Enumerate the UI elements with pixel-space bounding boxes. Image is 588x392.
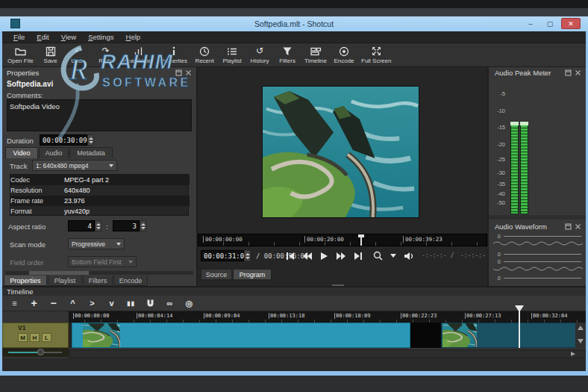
clock-icon — [199, 46, 210, 57]
split-button[interactable]: ▮▮ — [125, 297, 137, 310]
dock-tab-filters[interactable]: Filters — [83, 276, 113, 286]
append-button[interactable]: + — [28, 297, 40, 310]
snap-magnet-button[interactable] — [144, 297, 157, 310]
recent-button[interactable]: Recent — [192, 44, 217, 66]
dock-tab-encode[interactable]: Encode — [113, 276, 148, 286]
undo-button[interactable]: ↶ Undo — [66, 44, 91, 66]
fast-forward-button[interactable] — [336, 252, 346, 261]
zoom-dropdown-arrow[interactable] — [390, 254, 396, 258]
close-panel-icon[interactable] — [185, 69, 192, 76]
timeline-clip-gap[interactable] — [410, 323, 441, 348]
aspect-height-input[interactable]: 3 — [113, 220, 140, 231]
timeline-panel-header: Timeline — [2, 286, 586, 296]
close-button[interactable]: ✕ — [561, 18, 581, 29]
info-icon — [171, 46, 177, 57]
timeline-hscrollbar[interactable] — [69, 349, 586, 358]
open-next-button[interactable]: > — [86, 297, 98, 310]
history-button[interactable]: ↺ History — [247, 44, 272, 66]
lift-button[interactable]: ^ — [66, 297, 79, 310]
duration-label: Duration — [7, 137, 34, 145]
tab-audio[interactable]: Audio — [39, 147, 69, 158]
tab-program[interactable]: Program — [233, 269, 272, 280]
float-panel-icon[interactable] — [175, 69, 182, 76]
current-time-spinner[interactable] — [244, 250, 251, 261]
overwrite-button[interactable]: v — [105, 297, 118, 310]
rewind-button[interactable] — [302, 252, 313, 261]
redo-button[interactable]: ↷ Redo — [93, 44, 119, 66]
player-seek-ruler[interactable]: 00:00:00:00 00:00:20:00 00:00:39:23 — [198, 234, 487, 246]
zoom-magnifier-button[interactable] — [373, 251, 383, 261]
properties-hscrollbar[interactable] — [5, 271, 193, 275]
close-panel-icon[interactable] — [575, 69, 581, 76]
close-panel-icon[interactable] — [575, 223, 581, 230]
minimize-button[interactable]: – — [522, 18, 539, 29]
skip-to-end-button[interactable] — [354, 252, 363, 261]
panel-splitter[interactable] — [489, 215, 586, 220]
menu-bar: File Edit View Settings Help — [2, 31, 586, 43]
scan-mode-combobox[interactable]: Progressive — [68, 238, 125, 249]
playlist-button[interactable]: Playlist — [219, 44, 245, 66]
aspect-colon: : — [106, 223, 108, 231]
aspect-width-spinner[interactable] — [95, 220, 101, 231]
open-file-button[interactable]: Open File — [5, 44, 36, 66]
scroll-up-arrow[interactable] — [578, 326, 584, 330]
panel-window-icons — [565, 69, 581, 76]
float-panel-icon[interactable] — [565, 223, 572, 230]
save-button[interactable]: Save — [38, 44, 63, 66]
tab-video[interactable]: Video — [5, 147, 38, 158]
timeline-clip-1[interactable] — [72, 323, 410, 348]
tab-source[interactable]: Source — [201, 269, 232, 280]
right-dock: Audio Peak Meter -5 -10 -15 -20 -25 -30 … — [487, 67, 586, 286]
timeline-ruler[interactable]: 00:00:00:00 00:00:04:14 00:00:09:04 00:0… — [69, 311, 586, 323]
track-blend-slider[interactable] — [2, 348, 69, 357]
timeline-menu-button[interactable]: ≡ — [8, 297, 21, 310]
peak-meter-button[interactable]: Peak Meter — [121, 44, 156, 66]
filters-button[interactable]: Filters — [275, 44, 300, 66]
menu-help[interactable]: Help — [121, 32, 146, 42]
full-screen-button[interactable]: Full Screen — [359, 44, 393, 66]
timeline-vscrollbar[interactable] — [575, 323, 586, 348]
ripple-delete-button[interactable]: − — [47, 297, 60, 310]
aspect-width-input[interactable]: 4 — [68, 220, 95, 231]
tab-metadata[interactable]: Metadata — [69, 147, 113, 158]
slider-knob[interactable] — [37, 349, 44, 355]
menu-edit[interactable]: Edit — [31, 32, 54, 42]
scroll-down-arrow[interactable] — [578, 339, 584, 343]
comments-textarea[interactable]: Softpedia Video — [7, 99, 192, 131]
title-bar[interactable]: Softpedia.mlt - Shotcut – ▢ ✕ — [0, 16, 588, 31]
player-playhead[interactable] — [360, 234, 362, 246]
video-track-header[interactable]: V1 M H L — [2, 323, 69, 348]
timeline-settings-button[interactable]: ◎ — [183, 297, 196, 310]
track-combobox[interactable]: 1: 640x480 mpeg4 — [32, 160, 117, 171]
dock-tab-playlist[interactable]: Playlist — [48, 276, 82, 286]
aspect-height-spinner[interactable] — [140, 220, 146, 231]
scrollbar-thumb[interactable] — [29, 271, 89, 275]
track-hide-button[interactable]: H — [30, 333, 40, 342]
dock-tab-properties[interactable]: Properties — [4, 276, 47, 286]
menu-file[interactable]: File — [8, 32, 30, 42]
duration-input[interactable]: 00:00:30:09 — [40, 134, 87, 146]
timeline-playhead[interactable] — [519, 311, 520, 348]
menu-settings[interactable]: Settings — [83, 32, 119, 42]
player-controls: 00:00:31:08 / 00:00:56:05 -:-:-:- / — [198, 249, 487, 262]
float-panel-icon[interactable] — [565, 69, 572, 76]
timeline-timecode: 00:00:00:00 — [73, 313, 109, 319]
properties-button[interactable]: Properties — [158, 44, 190, 66]
timeline-clip-2[interactable] — [441, 323, 586, 348]
scroll-right-arrow[interactable] — [571, 352, 575, 356]
track-mute-button[interactable]: M — [18, 333, 28, 342]
timeline-button[interactable]: Timeline — [302, 44, 329, 66]
track-lock-button[interactable]: L — [42, 333, 51, 342]
duration-spinner[interactable] — [87, 134, 94, 146]
in-out-indicator: -:-:-:- / — [422, 252, 454, 259]
scrub-link-button[interactable]: ∞ — [163, 297, 176, 310]
waveform-flat-line — [504, 261, 581, 262]
play-button[interactable] — [320, 252, 328, 261]
timeline-timecode: 00:00:18:09 — [334, 313, 370, 319]
volume-speaker-button[interactable] — [404, 252, 413, 261]
menu-view[interactable]: View — [56, 32, 81, 42]
skip-to-start-button[interactable] — [286, 252, 295, 261]
encode-button[interactable]: Encode — [331, 44, 357, 66]
maximize-button[interactable]: ▢ — [542, 18, 558, 29]
current-time-input[interactable]: 00:00:31:08 — [201, 250, 244, 261]
